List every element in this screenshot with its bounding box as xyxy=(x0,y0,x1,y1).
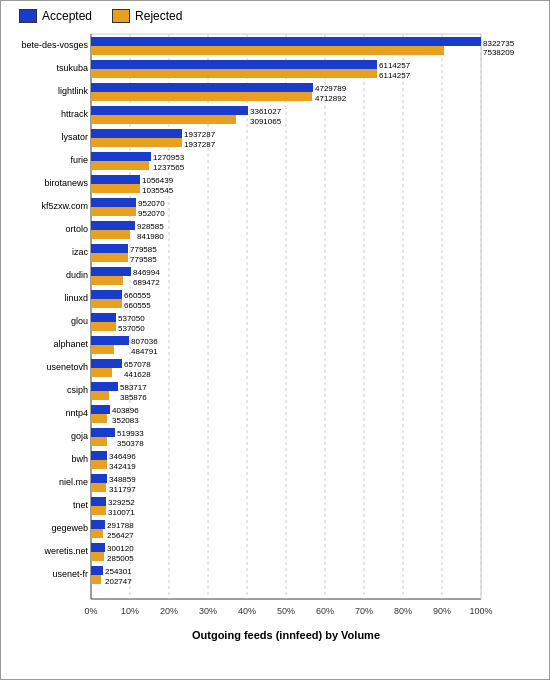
svg-text:583717: 583717 xyxy=(120,383,147,392)
svg-text:glou: glou xyxy=(71,316,88,326)
svg-rect-136 xyxy=(91,543,105,552)
legend-rejected: Rejected xyxy=(112,9,182,23)
svg-text:1937287: 1937287 xyxy=(184,130,216,139)
svg-rect-72 xyxy=(91,253,128,262)
svg-rect-26 xyxy=(91,37,481,46)
svg-text:alphanet: alphanet xyxy=(53,339,88,349)
svg-text:350378: 350378 xyxy=(117,439,144,448)
svg-text:346496: 346496 xyxy=(109,452,136,461)
svg-text:484791: 484791 xyxy=(131,347,158,356)
svg-text:Outgoing feeds (innfeed) by Vo: Outgoing feeds (innfeed) by Volume xyxy=(192,629,380,641)
svg-text:usenetovh: usenetovh xyxy=(46,362,88,372)
svg-text:256427: 256427 xyxy=(107,531,134,540)
legend-accepted-box xyxy=(19,9,37,23)
svg-text:7538209: 7538209 xyxy=(483,48,515,57)
svg-text:20%: 20% xyxy=(160,606,178,616)
svg-rect-27 xyxy=(91,46,444,55)
svg-text:291788: 291788 xyxy=(107,521,134,530)
svg-text:niel.me: niel.me xyxy=(59,477,88,487)
svg-rect-102 xyxy=(91,391,109,400)
svg-rect-126 xyxy=(91,497,106,506)
svg-text:1937287: 1937287 xyxy=(184,140,216,149)
svg-rect-97 xyxy=(91,368,112,377)
svg-text:385876: 385876 xyxy=(120,393,147,402)
svg-text:lysator: lysator xyxy=(61,132,88,142)
svg-rect-121 xyxy=(91,474,107,483)
svg-text:441628: 441628 xyxy=(124,370,151,379)
svg-text:0%: 0% xyxy=(84,606,97,616)
svg-text:1270953: 1270953 xyxy=(153,153,185,162)
legend-rejected-box xyxy=(112,9,130,23)
svg-rect-42 xyxy=(91,115,236,124)
svg-text:4729789: 4729789 xyxy=(315,84,347,93)
svg-text:8322735: 8322735 xyxy=(483,39,515,48)
svg-text:3091065: 3091065 xyxy=(250,117,282,126)
svg-text:300120: 300120 xyxy=(107,544,134,553)
svg-text:202747: 202747 xyxy=(105,577,132,586)
svg-rect-71 xyxy=(91,244,128,253)
svg-text:779585: 779585 xyxy=(130,245,157,254)
svg-rect-92 xyxy=(91,345,114,354)
chart-container: Accepted Rejected 0% 10% 20% 30% 40% 50% xyxy=(0,0,550,680)
legend-accepted: Accepted xyxy=(19,9,92,23)
svg-text:10%: 10% xyxy=(121,606,139,616)
svg-rect-111 xyxy=(91,428,115,437)
svg-rect-91 xyxy=(91,336,129,345)
svg-rect-46 xyxy=(91,129,182,138)
svg-rect-101 xyxy=(91,382,118,391)
svg-rect-47 xyxy=(91,138,182,147)
svg-text:952070: 952070 xyxy=(138,209,165,218)
svg-text:311797: 311797 xyxy=(109,485,136,494)
svg-text:657078: 657078 xyxy=(124,360,151,369)
svg-rect-76 xyxy=(91,267,131,276)
svg-rect-51 xyxy=(91,152,151,161)
svg-text:348859: 348859 xyxy=(109,475,136,484)
svg-text:linuxd: linuxd xyxy=(64,293,88,303)
svg-text:1035545: 1035545 xyxy=(142,186,174,195)
svg-rect-67 xyxy=(91,230,130,239)
svg-text:50%: 50% xyxy=(277,606,295,616)
svg-text:usenet-fr: usenet-fr xyxy=(52,569,88,579)
svg-rect-141 xyxy=(91,566,103,575)
svg-text:90%: 90% xyxy=(433,606,451,616)
svg-text:660555: 660555 xyxy=(124,301,151,310)
svg-text:tnet: tnet xyxy=(73,500,89,510)
svg-text:birotanews: birotanews xyxy=(44,178,88,188)
legend-accepted-label: Accepted xyxy=(42,9,92,23)
legend: Accepted Rejected xyxy=(19,9,541,23)
svg-text:bwh: bwh xyxy=(71,454,88,464)
svg-rect-62 xyxy=(91,207,136,216)
svg-text:1237565: 1237565 xyxy=(153,163,185,172)
svg-text:weretis.net: weretis.net xyxy=(43,546,88,556)
svg-text:689472: 689472 xyxy=(133,278,160,287)
svg-text:352083: 352083 xyxy=(112,416,139,425)
svg-text:70%: 70% xyxy=(355,606,373,616)
svg-text:285005: 285005 xyxy=(107,554,134,563)
svg-text:403896: 403896 xyxy=(112,406,139,415)
svg-rect-86 xyxy=(91,313,116,322)
svg-text:660555: 660555 xyxy=(124,291,151,300)
svg-rect-127 xyxy=(91,506,106,515)
svg-text:tsukuba: tsukuba xyxy=(56,63,88,73)
svg-text:342419: 342419 xyxy=(109,462,136,471)
svg-text:1056439: 1056439 xyxy=(142,176,174,185)
svg-text:952070: 952070 xyxy=(138,199,165,208)
svg-rect-137 xyxy=(91,552,104,561)
svg-rect-107 xyxy=(91,414,107,423)
svg-text:779585: 779585 xyxy=(130,255,157,264)
svg-rect-81 xyxy=(91,290,122,299)
svg-text:kf5zxw.com: kf5zxw.com xyxy=(41,201,88,211)
svg-rect-142 xyxy=(91,575,101,584)
svg-text:519933: 519933 xyxy=(117,429,144,438)
svg-rect-131 xyxy=(91,520,105,529)
svg-rect-117 xyxy=(91,460,107,469)
svg-rect-116 xyxy=(91,451,107,460)
svg-text:807036: 807036 xyxy=(131,337,158,346)
svg-text:846994: 846994 xyxy=(133,268,160,277)
svg-text:841980: 841980 xyxy=(137,232,164,241)
svg-rect-61 xyxy=(91,198,136,207)
svg-text:bete-des-vosges: bete-des-vosges xyxy=(21,40,88,50)
svg-rect-31 xyxy=(91,60,377,69)
svg-rect-57 xyxy=(91,184,140,193)
svg-text:40%: 40% xyxy=(238,606,256,616)
